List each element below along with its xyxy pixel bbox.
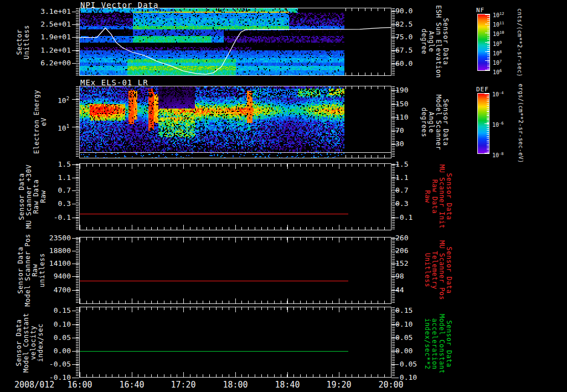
x-axis-tick <box>183 164 184 169</box>
y-axis-tick <box>72 99 79 100</box>
y-tick-label: 3.1e+01 <box>32 8 71 16</box>
panel-1-right-axis-label: Sensor Data ESH Sun Elevation Angle degr… <box>420 5 449 78</box>
panel-2-left-axis-label: Electron Energy eV <box>33 90 48 154</box>
colorbar-tick-label-text: 10 <box>499 30 504 35</box>
panel-5-right-axis-label: Sensor Data Model Constant acceleration … <box>424 314 452 374</box>
y-tick-label: 0.15 <box>395 307 431 314</box>
colorbar-tick-label: 10-4 <box>492 90 503 96</box>
x-axis-tick <box>339 225 339 230</box>
y-axis-tick <box>72 190 79 191</box>
colorbar-tick-label-text: 10 <box>493 12 499 18</box>
x-axis-tick <box>235 372 236 377</box>
x-axis-tick <box>339 238 339 243</box>
colorbar-tick-label: 1012 <box>493 11 504 17</box>
panel-2-right-tick-comb <box>392 86 395 158</box>
colorbar-tick-label-text: 10 <box>493 41 499 47</box>
colorbar-tick-label-text: 10 <box>493 60 499 66</box>
figure-root: 2008/012 3.1e+012.5e+011.9e+011.2e+016.2… <box>0 0 567 392</box>
x-tick-label: 20:00 <box>372 380 410 389</box>
colorbar-tick-label-text: 9 <box>499 40 502 45</box>
colorbar-tick-label: 108 <box>493 49 502 55</box>
panel-4-left-axis-label: Sensor Data Model Scanner Pos Raw unitle… <box>17 234 46 306</box>
x-axis-tick <box>132 225 132 230</box>
y-axis-tick <box>72 251 79 251</box>
x-axis-tick <box>391 307 391 312</box>
colorbar-nf-title: NF <box>476 7 484 14</box>
x-axis-tick <box>391 225 391 230</box>
x-axis-tick <box>287 225 288 230</box>
y-axis-tick <box>72 276 79 277</box>
y-axis-tick <box>72 378 79 378</box>
x-axis-tick <box>183 307 184 312</box>
x-axis-tick <box>235 164 236 169</box>
x-tick-label: 19:20 <box>320 380 358 389</box>
x-axis-tick <box>235 298 236 303</box>
x-axis-tick <box>80 372 80 377</box>
y-axis-tick <box>72 311 79 311</box>
x-axis-tick <box>391 372 391 377</box>
panel-2-separator-line <box>80 152 391 153</box>
colorbar-major-tick <box>484 123 489 124</box>
x-axis-tick <box>183 225 184 230</box>
panel-2-right-axis-label: Sensor Data Model Scanner Angle degrees <box>420 95 449 150</box>
x-axis-tick <box>80 225 80 230</box>
x-axis-tick <box>183 298 184 303</box>
x-axis-tick <box>339 164 339 169</box>
panel-4-frame <box>79 237 391 304</box>
y-axis-tick <box>72 290 79 291</box>
colorbar-major-tick <box>485 33 489 33</box>
panel-1-left-axis-label: Sector Unitless <box>16 25 30 59</box>
x-axis-tick <box>287 372 288 377</box>
panel-5-frame <box>79 307 391 378</box>
colorbar-tick-label-text: 10 <box>493 50 499 56</box>
panel-2-heatmap-canvas <box>80 86 391 158</box>
y-tick-label: 102 <box>58 95 69 102</box>
x-tick-label: 18:00 <box>217 380 254 389</box>
panel-1-right-tick-comb <box>392 8 395 75</box>
panel-3-right-tick-comb <box>392 164 395 230</box>
colorbar-tick-label: 107 <box>493 58 502 65</box>
x-tick-label: 16:00 <box>61 380 99 389</box>
x-axis-tick <box>80 298 80 303</box>
y-axis-tick <box>72 204 79 204</box>
x-axis-tick <box>391 153 391 158</box>
colorbar-nf <box>477 14 490 71</box>
x-axis-tick <box>339 372 339 377</box>
x-axis-tick <box>235 238 236 243</box>
colorbar-tick-label-text: 10 <box>493 31 499 37</box>
panel-2-left-tick-comb <box>76 86 79 158</box>
y-tick-label: 190 <box>395 86 431 94</box>
colorbar-def <box>477 93 489 154</box>
colorbar-tick-label-text: 7 <box>499 59 502 64</box>
y-axis-tick <box>72 37 79 38</box>
y-axis-tick <box>72 264 79 264</box>
y-tick-label: 101 <box>58 122 69 130</box>
panel-3-right-axis-label: Sensor Data MU Scanner Init Raw Data Raw <box>424 164 452 229</box>
colorbar-tick-label: 10-8 <box>492 151 503 157</box>
x-axis-tick <box>132 298 132 303</box>
colorbar-tick-label-text: 10 <box>493 22 499 28</box>
x-axis-tick <box>80 307 80 312</box>
y-axis-tick <box>72 12 79 12</box>
y-axis-tick <box>72 338 79 338</box>
x-axis-tick <box>183 238 184 243</box>
colorbar-tick-label-text: 10 <box>492 152 499 158</box>
colorbar-tick-label-text: 8 <box>499 50 502 54</box>
x-axis-tick <box>132 238 132 243</box>
panel-4-left-tick-comb <box>76 238 79 303</box>
y-axis-tick <box>72 63 79 64</box>
colorbar-major-tick <box>485 14 489 15</box>
colorbar-major-tick <box>484 94 489 94</box>
y-axis-tick <box>72 24 79 25</box>
y-axis-tick <box>72 218 79 218</box>
y-tick-label-text: 2 <box>66 96 69 101</box>
y-axis-tick <box>72 324 79 325</box>
y-axis-tick <box>72 351 79 352</box>
x-axis-tick <box>132 164 132 169</box>
x-axis-tick <box>80 164 80 169</box>
panel-4-right-axis-label: Sensor Data MU Scanner Pos Telemetry Uni… <box>424 240 452 300</box>
panel-4-data-line <box>80 281 348 281</box>
colorbar-tick-label: 106 <box>493 68 502 74</box>
date-label: 2008/012 <box>14 380 62 389</box>
colorbar-tick-label-text: 12 <box>499 12 504 16</box>
